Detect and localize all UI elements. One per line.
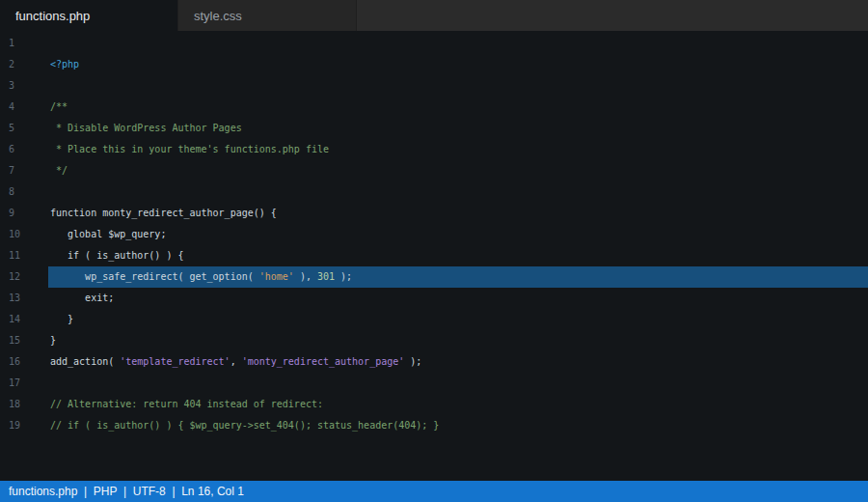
code-text: function monty_redirect_author_page() { xyxy=(48,203,868,224)
code-text: * Place this in your theme's functions.p… xyxy=(48,139,868,160)
status-bar: functions.php | PHP | UTF-8 | Ln 16, Col… xyxy=(0,481,868,502)
code-text: exit; xyxy=(48,288,868,309)
line-number: 11 xyxy=(0,245,48,266)
code-line-5[interactable]: 5 * Disable WordPress Author Pages xyxy=(0,118,868,139)
line-number: 15 xyxy=(0,330,48,351)
code-editor-window: functions.phpstyle.css 12<?php34/**5 * D… xyxy=(0,0,868,502)
code-line-9[interactable]: 9function monty_redirect_author_page() { xyxy=(0,203,868,224)
tab-style-css[interactable]: style.css xyxy=(178,0,357,31)
code-text: /** xyxy=(48,97,868,118)
code-text: } xyxy=(48,330,868,351)
tab-functions-php[interactable]: functions.php xyxy=(0,0,178,31)
code-line-2[interactable]: 2<?php xyxy=(0,54,868,75)
code-line-1[interactable]: 1 xyxy=(0,33,868,54)
code-line-11[interactable]: 11 if ( is_author() ) { xyxy=(0,245,868,266)
code-text xyxy=(48,373,868,394)
code-line-18[interactable]: 18// Alternative: return 404 instead of … xyxy=(0,394,868,415)
line-number: 7 xyxy=(0,160,48,181)
code-text: * Disable WordPress Author Pages xyxy=(48,118,868,139)
code-text: if ( is_author() ) { xyxy=(48,245,868,266)
line-number: 14 xyxy=(0,309,48,330)
code-line-17[interactable]: 17 xyxy=(0,373,868,394)
code-text: global $wp_query; xyxy=(48,224,868,245)
code-line-15[interactable]: 15} xyxy=(0,330,868,351)
code-line-3[interactable]: 3 xyxy=(0,75,868,97)
code-text: add_action( 'template_redirect', 'monty_… xyxy=(48,351,868,373)
code-line-19[interactable]: 19// if ( is_author() ) { $wp_query->set… xyxy=(0,415,868,436)
line-number: 1 xyxy=(0,33,48,54)
code-text: } xyxy=(48,309,868,330)
code-text: wp_safe_redirect( get_option( 'home' ), … xyxy=(48,266,868,288)
code-text: <?php xyxy=(48,54,868,75)
code-text xyxy=(48,75,868,97)
tab-bar: functions.phpstyle.css xyxy=(0,0,868,31)
code-text: // Alternative: return 404 instead of re… xyxy=(48,394,868,415)
line-number: 16 xyxy=(0,351,48,373)
code-line-16[interactable]: 16add_action( 'template_redirect', 'mont… xyxy=(0,351,868,373)
line-number: 17 xyxy=(0,373,48,394)
line-number: 2 xyxy=(0,54,48,75)
line-number: 4 xyxy=(0,97,48,118)
code-line-10[interactable]: 10 global $wp_query; xyxy=(0,224,868,245)
line-number: 8 xyxy=(0,181,48,203)
code-line-4[interactable]: 4/** xyxy=(0,97,868,118)
line-number: 18 xyxy=(0,394,48,415)
line-number: 10 xyxy=(0,224,48,245)
status-bar-text: functions.php | PHP | UTF-8 | Ln 16, Col… xyxy=(9,485,244,498)
code-text: // if ( is_author() ) { $wp_query->set_4… xyxy=(48,415,868,436)
code-line-6[interactable]: 6 * Place this in your theme's functions… xyxy=(0,139,868,160)
tab-label: style.css xyxy=(194,9,242,23)
code-line-12[interactable]: 12 wp_safe_redirect( get_option( 'home' … xyxy=(0,266,868,288)
line-number: 9 xyxy=(0,203,48,224)
line-number: 6 xyxy=(0,139,48,160)
code-line-13[interactable]: 13 exit; xyxy=(0,288,868,309)
line-number: 12 xyxy=(0,266,48,288)
line-number: 13 xyxy=(0,288,48,309)
code-line-14[interactable]: 14 } xyxy=(0,309,868,330)
code-text: */ xyxy=(48,160,868,181)
code-text xyxy=(48,33,868,54)
line-number: 19 xyxy=(0,415,48,436)
line-number: 5 xyxy=(0,118,48,139)
code-line-8[interactable]: 8 xyxy=(0,181,868,203)
code-area[interactable]: 12<?php34/**5 * Disable WordPress Author… xyxy=(0,31,868,481)
line-number: 3 xyxy=(0,75,48,97)
code-text xyxy=(48,181,868,203)
tab-label: functions.php xyxy=(15,9,90,23)
code-line-7[interactable]: 7 */ xyxy=(0,160,868,181)
